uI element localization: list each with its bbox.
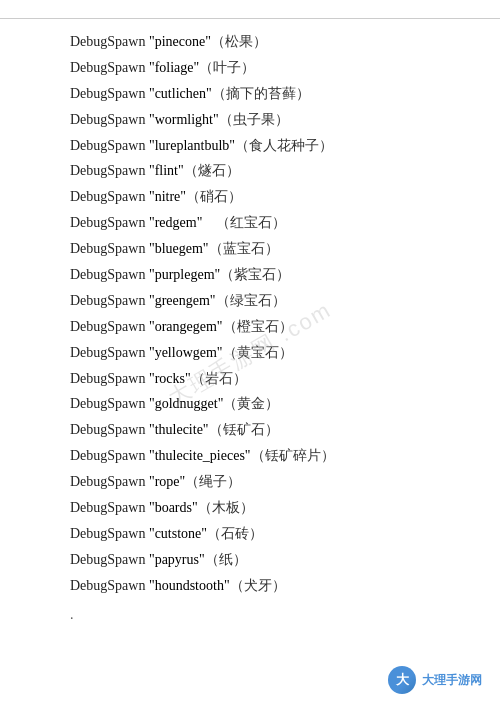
item-cn: （绳子） bbox=[185, 474, 241, 489]
list-item: DebugSpawn "thulecite_pieces"（铥矿碎片） bbox=[70, 443, 440, 469]
list-item: DebugSpawn "houndstooth"（犬牙） bbox=[70, 573, 440, 599]
item-en: "lureplantbulb" bbox=[149, 138, 235, 153]
item-prefix: DebugSpawn bbox=[70, 578, 149, 593]
item-en: "papyrus" bbox=[149, 552, 205, 567]
item-prefix: DebugSpawn bbox=[70, 163, 149, 178]
item-en: "redgem" bbox=[149, 215, 202, 230]
list-item: DebugSpawn "lureplantbulb"（食人花种子） bbox=[70, 133, 440, 159]
item-cn: （绿宝石） bbox=[216, 293, 286, 308]
item-prefix: DebugSpawn bbox=[70, 552, 149, 567]
item-prefix: DebugSpawn bbox=[70, 396, 149, 411]
list-item: DebugSpawn "redgem" （红宝石） bbox=[70, 210, 440, 236]
item-cn: （松果） bbox=[211, 34, 267, 49]
item-prefix: DebugSpawn bbox=[70, 241, 149, 256]
item-prefix: DebugSpawn bbox=[70, 526, 149, 541]
item-prefix: DebugSpawn bbox=[70, 34, 149, 49]
item-cn: （食人花种子） bbox=[235, 138, 333, 153]
item-en: "foliage" bbox=[149, 60, 199, 75]
item-cn: （红宝石） bbox=[202, 215, 286, 230]
item-prefix: DebugSpawn bbox=[70, 86, 149, 101]
content-area: DebugSpawn "pinecone"（松果）DebugSpawn "fol… bbox=[0, 29, 500, 599]
item-en: "rocks" bbox=[149, 371, 191, 386]
item-cn: （犬牙） bbox=[230, 578, 286, 593]
list-item: DebugSpawn "yellowgem"（黄宝石） bbox=[70, 340, 440, 366]
item-prefix: DebugSpawn bbox=[70, 371, 149, 386]
item-en: "purplegem" bbox=[149, 267, 220, 282]
logo-area: 大 大理手游网 bbox=[388, 666, 482, 694]
logo-icon: 大 bbox=[388, 666, 416, 694]
item-prefix: DebugSpawn bbox=[70, 500, 149, 515]
item-prefix: DebugSpawn bbox=[70, 319, 149, 334]
item-en: "rope" bbox=[149, 474, 185, 489]
item-cn: （虫子果） bbox=[219, 112, 289, 127]
list-item: DebugSpawn "goldnugget"（黄金） bbox=[70, 391, 440, 417]
item-cn: （石砖） bbox=[207, 526, 263, 541]
item-en: "thulecite" bbox=[149, 422, 209, 437]
list-item: DebugSpawn "purplegem"（紫宝石） bbox=[70, 262, 440, 288]
item-prefix: DebugSpawn bbox=[70, 422, 149, 437]
list-item: DebugSpawn "greengem"（绿宝石） bbox=[70, 288, 440, 314]
item-prefix: DebugSpawn bbox=[70, 345, 149, 360]
item-cn: （叶子） bbox=[199, 60, 255, 75]
item-en: "houndstooth" bbox=[149, 578, 230, 593]
list-item: DebugSpawn "flint"（燧石） bbox=[70, 158, 440, 184]
item-cn: （橙宝石） bbox=[223, 319, 293, 334]
list-item: DebugSpawn "wormlight"（虫子果） bbox=[70, 107, 440, 133]
logo-text: 大理手游网 bbox=[422, 672, 482, 689]
item-prefix: DebugSpawn bbox=[70, 138, 149, 153]
item-cn: （纸） bbox=[205, 552, 247, 567]
item-cn: （紫宝石） bbox=[220, 267, 290, 282]
item-en: "nitre" bbox=[149, 189, 186, 204]
list-item: DebugSpawn "orangegem"（橙宝石） bbox=[70, 314, 440, 340]
item-prefix: DebugSpawn bbox=[70, 189, 149, 204]
item-cn: （黄金） bbox=[223, 396, 279, 411]
list-item: DebugSpawn "boards"（木板） bbox=[70, 495, 440, 521]
list-item: DebugSpawn "pinecone"（松果） bbox=[70, 29, 440, 55]
item-cn: （铥矿石） bbox=[209, 422, 279, 437]
list-item: DebugSpawn "papyrus"（纸） bbox=[70, 547, 440, 573]
bottom-dot: . bbox=[0, 607, 500, 623]
list-item: DebugSpawn "bluegem"（蓝宝石） bbox=[70, 236, 440, 262]
item-en: "bluegem" bbox=[149, 241, 209, 256]
item-prefix: DebugSpawn bbox=[70, 267, 149, 282]
item-cn: （燧石） bbox=[184, 163, 240, 178]
list-item: DebugSpawn "cutstone"（石砖） bbox=[70, 521, 440, 547]
item-prefix: DebugSpawn bbox=[70, 448, 149, 463]
item-cn: （岩石） bbox=[191, 371, 247, 386]
list-item: DebugSpawn "rocks"（岩石） bbox=[70, 366, 440, 392]
item-en: "cutlichen" bbox=[149, 86, 212, 101]
item-prefix: DebugSpawn bbox=[70, 60, 149, 75]
item-en: "boards" bbox=[149, 500, 198, 515]
item-en: "thulecite_pieces" bbox=[149, 448, 251, 463]
list-item: DebugSpawn "thulecite"（铥矿石） bbox=[70, 417, 440, 443]
item-prefix: DebugSpawn bbox=[70, 112, 149, 127]
item-prefix: DebugSpawn bbox=[70, 474, 149, 489]
item-en: "greengem" bbox=[149, 293, 216, 308]
item-en: "orangegem" bbox=[149, 319, 223, 334]
item-en: "wormlight" bbox=[149, 112, 219, 127]
item-en: "yellowgem" bbox=[149, 345, 223, 360]
item-cn: （硝石） bbox=[186, 189, 242, 204]
list-item: DebugSpawn "cutlichen"（摘下的苔藓） bbox=[70, 81, 440, 107]
item-cn: （铥矿碎片） bbox=[251, 448, 335, 463]
item-cn: （黄宝石） bbox=[223, 345, 293, 360]
item-prefix: DebugSpawn bbox=[70, 215, 149, 230]
item-cn: （摘下的苔藓） bbox=[212, 86, 310, 101]
item-cn: （蓝宝石） bbox=[209, 241, 279, 256]
item-en: "cutstone" bbox=[149, 526, 207, 541]
item-cn: （木板） bbox=[198, 500, 254, 515]
list-item: DebugSpawn "foliage"（叶子） bbox=[70, 55, 440, 81]
list-item: DebugSpawn "nitre"（硝石） bbox=[70, 184, 440, 210]
item-en: "flint" bbox=[149, 163, 184, 178]
top-divider bbox=[0, 18, 500, 19]
item-en: "pinecone" bbox=[149, 34, 211, 49]
list-item: DebugSpawn "rope"（绳子） bbox=[70, 469, 440, 495]
item-prefix: DebugSpawn bbox=[70, 293, 149, 308]
item-en: "goldnugget" bbox=[149, 396, 223, 411]
